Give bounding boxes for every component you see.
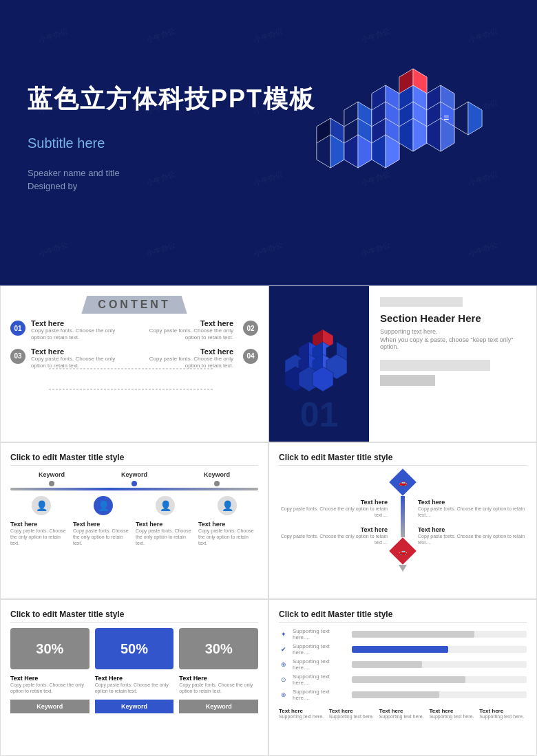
- content-item-3: 03 Text here Copy paste fonts. Choose th…: [10, 347, 131, 370]
- section-number-bg: 01: [269, 395, 369, 435]
- tl-text-4: Text here Copy paste fonts. Choose the o…: [198, 521, 258, 546]
- tl-icon-3: 👤: [156, 496, 175, 515]
- diamond-blue: 🚗: [389, 468, 417, 496]
- list-bar-wrap-3: [352, 661, 527, 668]
- list-bar-3: [352, 661, 422, 668]
- list-item-4: ⊙ Supporting text here....: [279, 673, 527, 686]
- content-item-2: Text here Copy paste fonts. Choose the o…: [137, 319, 258, 342]
- section-right-panel: Section Header Here Supporting text here…: [369, 286, 536, 442]
- slide-diamond: Click to edit Master title style Text he…: [268, 442, 537, 599]
- pct-row: 30% 50% 30%: [10, 628, 258, 669]
- timeline-line: [10, 488, 258, 490]
- kw-labels: Keyword Keyword Keyword: [10, 471, 258, 478]
- hero-designed: Designed by: [28, 181, 315, 191]
- list-bar-4: [352, 676, 465, 683]
- content-item-text-2: Text here Copy paste fonts. Choose the o…: [137, 319, 238, 342]
- tl-dots-top: [10, 481, 258, 486]
- slide-percentage: Click to edit Master title style 30% 50%…: [0, 599, 268, 756]
- section-support2: When you copy & paste, choose "keep text…: [380, 336, 525, 350]
- pct-box-2: 50%: [95, 628, 174, 669]
- hero-3d-graphic: ≡: [275, 41, 496, 234]
- pct-text-row: Text Here Copy paste fonts. Choose the o…: [10, 675, 258, 694]
- list-icon-1: ✦: [279, 629, 288, 639]
- hero-subtitle: Subtitle here: [28, 136, 315, 151]
- svg-marker-26: [454, 102, 468, 135]
- kw-row: Keyword Keyword Keyword: [10, 700, 258, 713]
- diamond-red: 🚗: [389, 537, 417, 565]
- hero-speaker: Speaker name and title: [28, 168, 315, 178]
- list-icon-2: ✔: [279, 645, 288, 654]
- tl-icons: 👤 👤 👤 👤: [10, 496, 258, 515]
- slide4-title: Click to edit Master title style: [10, 453, 258, 466]
- section-cubes: [275, 323, 364, 405]
- diamond-right-item-2: Text here Copy paste fonts. Choose the o…: [418, 526, 527, 546]
- list-label-2: Supporting text here....: [293, 643, 348, 656]
- slide-content: CONTENT 01 Text here Copy paste fonts. C…: [0, 285, 268, 442]
- slide-section: 01 Section Header Here Supporting text h…: [268, 285, 537, 442]
- list-bar-wrap-4: [352, 676, 527, 683]
- slide6-title: Click to edit Master title style: [10, 609, 258, 623]
- list-bar-5: [352, 691, 439, 698]
- pct-text-1: Text Here Copy paste fonts. Choose the o…: [10, 675, 90, 694]
- bottom-item-4: Text here Supporting text here.: [429, 708, 476, 719]
- section-gray-bar-top: [380, 297, 463, 307]
- slides-grid: CONTENT 01 Text here Copy paste fonts. C…: [0, 285, 537, 756]
- kw-box-1: Keyword: [10, 700, 90, 713]
- list-item-2: ✔ Supporting text here....: [279, 643, 527, 656]
- content-item-text-4: Text here Copy paste fonts. Choose the o…: [137, 347, 238, 370]
- tl-icon-2: 👤: [94, 496, 113, 515]
- list-bar-2: [352, 646, 448, 653]
- content-item-text-3: Text here Copy paste fonts. Choose the o…: [31, 347, 131, 370]
- bottom-item-3: Text here Supporting text here.: [379, 708, 427, 719]
- bottom-items: Text here Supporting text here. Text her…: [279, 708, 527, 719]
- pct-text-2: Text Here Copy paste fonts. Choose the o…: [95, 675, 174, 694]
- list-bar-wrap-5: [352, 691, 527, 698]
- tl-dot-1: [49, 481, 54, 486]
- section-gray-bar-bot: [380, 375, 435, 386]
- hero-content: 蓝色立方体科技PPT模板 Subtitle here Speaker name …: [28, 83, 315, 191]
- kw-box-3: Keyword: [179, 700, 258, 713]
- svg-marker-27: [468, 102, 482, 135]
- tl-text-3: Text here Copy paste fonts. Choose the o…: [136, 521, 196, 546]
- hero-slide: 小牛办公小牛办公小牛办公小牛办公小牛办公 小牛办公小牛办公小牛办公小牛办公小牛办…: [0, 0, 537, 285]
- section-support1: Supporting text here.: [380, 328, 525, 335]
- content-num-2: 02: [243, 321, 258, 336]
- pencil-stem: [401, 496, 405, 537]
- slide-list: Click to edit Master title style ✦ Suppo…: [268, 599, 537, 756]
- content-label-inner: CONTENT: [81, 296, 187, 314]
- list-bar-wrap-2: [352, 646, 527, 653]
- list-label-4: Supporting text here....: [293, 673, 348, 686]
- list-item-1: ✦ Supporting text here....: [279, 628, 527, 640]
- section-dark-panel: 01: [269, 286, 369, 442]
- list-items: ✦ Supporting text here.... ✔ Supporting …: [279, 628, 527, 701]
- tl-icon-1: 👤: [32, 496, 51, 515]
- diamond-center: 🚗 🚗: [393, 473, 412, 572]
- section-header: Section Header Here: [380, 312, 525, 324]
- diamond-layout: Text here Copy paste fonts. Choose the o…: [279, 473, 527, 572]
- list-item-5: ⊛ Supporting text here....: [279, 689, 527, 701]
- bottom-item-2: Text here Supporting text here.: [329, 708, 377, 719]
- content-num-3: 03: [10, 349, 25, 364]
- tl-icon-4: 👤: [218, 496, 237, 515]
- list-label-3: Supporting text here....: [293, 658, 348, 671]
- diamond-left-item-1: Text here Copy paste fonts. Choose the o…: [279, 499, 388, 518]
- list-icon-5: ⊛: [279, 690, 288, 700]
- pct-text-3: Text Here Copy paste fonts. Choose the o…: [179, 675, 258, 694]
- diamond-right-texts: Text here Copy paste fonts. Choose the o…: [418, 499, 527, 546]
- tl-text-1: Text here Copy paste fonts. Choose the o…: [10, 521, 70, 546]
- tl-dot-3: [214, 481, 220, 486]
- slide7-title: Click to edit Master title style: [279, 609, 527, 623]
- pencil-tip: [399, 565, 407, 572]
- list-label-1: Supporting text here....: [293, 628, 348, 640]
- kw-label-3: Keyword: [204, 471, 230, 478]
- content-items: 01 Text here Copy paste fonts. Choose th…: [10, 319, 258, 370]
- list-item-3: ⊕ Supporting text here....: [279, 658, 527, 671]
- diamond-left-item-2: Text here Copy paste fonts. Choose the o…: [279, 526, 388, 546]
- pct-box-1: 30%: [10, 628, 90, 669]
- content-num-1: 01: [10, 321, 25, 336]
- tl-text-2: Text here Copy paste fonts. Choose the o…: [73, 521, 133, 546]
- section-gray-bar-mid: [380, 360, 490, 371]
- diamond-left-texts: Text here Copy paste fonts. Choose the o…: [279, 499, 388, 546]
- content-num-4: 04: [243, 349, 258, 364]
- list-icon-4: ⊙: [279, 675, 288, 684]
